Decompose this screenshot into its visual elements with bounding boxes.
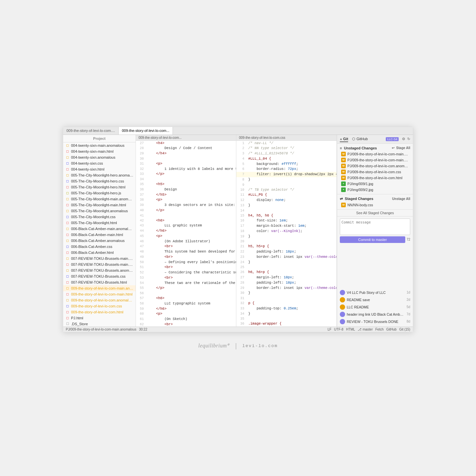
status-branch[interactable]: ⎇ master bbox=[358, 328, 373, 331]
file-item[interactable]: ◻009-the-story-of-levi-lo-com.css bbox=[63, 303, 136, 309]
status-language: HTML bbox=[346, 328, 355, 331]
code-line: 9 bbox=[236, 182, 337, 187]
git-tab-git[interactable]: ⬦ Git bbox=[340, 136, 348, 142]
code-line: 50 – Defining every label's positioning … bbox=[136, 260, 236, 265]
file-item[interactable]: ◻006-Black-Cat-Amber.html bbox=[63, 250, 136, 256]
stage-all-btn[interactable]: Stage All bbox=[396, 146, 410, 150]
file-item[interactable]: ◻004-twenty-sixn.css bbox=[63, 160, 136, 166]
file-item[interactable]: ◻006-Black-Cat-Amber.anomalous bbox=[63, 238, 136, 244]
refresh-icon[interactable]: ↻ bbox=[407, 137, 410, 141]
left-code-area[interactable]: 27 <h4> 28 Design / Code / Content 29 </… bbox=[136, 141, 236, 327]
file-item[interactable]: ◻005-The-City-Moonlight.html bbox=[63, 220, 136, 226]
code-line: 8} bbox=[236, 177, 337, 182]
file-item[interactable]: ◻007-REVIEW-TOKU-Brussels.anomalous bbox=[63, 267, 136, 273]
status-fetch[interactable]: Fetch bbox=[376, 328, 384, 331]
unstaged-file-item[interactable]: M PJ/009-the-story-of-levi-lo-com.css bbox=[337, 169, 413, 175]
file-item[interactable]: ◻005-The-City-Moonlight-main.html bbox=[63, 202, 136, 208]
staged-actions: Unstage All bbox=[392, 197, 410, 201]
code-line: 55 </p> bbox=[136, 286, 236, 291]
code-line: 27 <h4> bbox=[136, 141, 236, 146]
branch-label: LLC-S4 bbox=[386, 137, 400, 141]
unstage-all-btn[interactable]: Unstage All bbox=[392, 197, 410, 201]
code-line: 28 padding-left: 18px; bbox=[236, 280, 337, 286]
file-item[interactable]: ◻005-The-City-Moonlight-hero.js bbox=[63, 190, 136, 196]
code-line: 22 padding-left: 18px; bbox=[236, 249, 337, 255]
file-name: 007-REVIEW-TOKU-Brussels-main.html bbox=[71, 262, 134, 266]
status-github[interactable]: GitHub bbox=[386, 328, 397, 331]
see-all-staged[interactable]: See All Staged Changes bbox=[337, 210, 413, 217]
file-name: 004-twenty-sixn.css bbox=[71, 161, 103, 165]
unstaged-file-item[interactable]: + PJ/img/009/1.jpg bbox=[337, 181, 413, 187]
file-item[interactable]: ◻005-The-City-Moonlight-hero.html bbox=[63, 184, 136, 190]
file-icon: ◻ bbox=[65, 292, 70, 297]
file-item[interactable]: ◻006-Black-Cat-Amber-main.html bbox=[63, 232, 136, 238]
history-item[interactable]: LLC README 5d bbox=[337, 303, 413, 311]
file-icon: ◻ bbox=[65, 232, 70, 237]
file-item[interactable]: ◻009-the-story-of-levi-lo-com.html bbox=[63, 309, 136, 315]
file-item[interactable]: ◻007-REVIEW-TOKU-Brussels.html bbox=[63, 279, 136, 285]
staged-file-item[interactable]: M NN/NN-body.css bbox=[337, 202, 413, 208]
code-line: 33 padding-top: 0.25em; bbox=[236, 306, 337, 311]
commit-button[interactable]: Commit to master bbox=[340, 236, 405, 243]
file-name: 007-REVIEW-TOKU-Brussels.html bbox=[71, 280, 127, 284]
file-item-active[interactable]: ◻009-the-story-of-levi-lo-com-main.anom.… bbox=[63, 285, 136, 291]
history-item[interactable]: README save 2d bbox=[337, 296, 413, 303]
tab-2[interactable]: 009-the-story-of-levi-lo-com... bbox=[119, 127, 173, 135]
file-item[interactable]: ◻004-twenty-sixn-main.anomalous bbox=[63, 142, 136, 148]
history-item[interactable]: REVIEW - TOKU Brussels DONE 8d bbox=[337, 318, 413, 325]
center-code-area[interactable]: 1/* nav-LL */ 2/* NN type selector */ 3/… bbox=[236, 141, 337, 327]
file-name: 009-the-story-of-levi-lo-com.html bbox=[71, 310, 123, 314]
file-item[interactable]: ◻007-REVIEW-TOKU-Brussels-main.anom... bbox=[63, 256, 136, 261]
file-name: 009-the-story-of-levi-lo-com.anomalous bbox=[71, 298, 134, 302]
file-item[interactable]: ◻007-REVIEW-TOKU-Brussels.css bbox=[63, 273, 136, 279]
code-line: 43 LLL graphic system bbox=[136, 223, 236, 228]
code-line: 45 <p> bbox=[136, 234, 236, 239]
code-line: 46 (On Adobe Illustrator) bbox=[136, 239, 236, 244]
file-tree-panel: Project ◻004-twenty-sixn-main.anomalous … bbox=[63, 135, 136, 327]
code-line: 3/* #LLL_i_012345678 */ bbox=[236, 151, 337, 156]
history-text: README save bbox=[347, 298, 405, 302]
unstaged-file-item[interactable]: M PJ/009-the-story-of-levi-lo-com-main.h… bbox=[337, 157, 413, 163]
code-line: 27 margin-left: 18px; bbox=[236, 275, 337, 280]
discard-icon[interactable]: ↩ bbox=[392, 146, 394, 150]
file-item[interactable]: ◻005-The-City-Moonlight-hero.css bbox=[63, 178, 136, 184]
file-item[interactable]: ◻PJ.html bbox=[63, 315, 136, 321]
file-item[interactable]: ◻009-the-story-of-levi-lo-com.anomalous bbox=[63, 297, 136, 303]
file-icon: ◻ bbox=[65, 262, 70, 267]
settings-icon[interactable]: ⚙ bbox=[402, 137, 405, 141]
file-name: 006-Black-Cat-Amber-main.anomalous bbox=[71, 227, 134, 231]
unstaged-file-item[interactable]: M PJ/009-the-story-of-levi-lo-com.anomal… bbox=[337, 163, 413, 169]
history-item[interactable]: header img link UD Black Cat Amber UD 7d bbox=[337, 311, 413, 318]
file-item[interactable]: ☐.DS_Store bbox=[63, 321, 136, 327]
code-line: 62 <br> bbox=[136, 322, 236, 327]
unstaged-file-item[interactable]: M PJ/009-the-story-of-levi-lo-com-main.a… bbox=[337, 151, 413, 157]
file-item[interactable]: ◻006-Black-Cat-Amber.css bbox=[63, 244, 136, 250]
file-name: 004-twenty-sixn.anomalous bbox=[71, 155, 115, 159]
file-item[interactable]: ◻007-REVIEW-TOKU-Brussels-main.html bbox=[63, 261, 136, 267]
file-item[interactable]: ◻004-twenty-sixn.html bbox=[63, 166, 136, 172]
tab-1[interactable]: 009-the-story-of-levi-lo-com.... bbox=[63, 127, 119, 135]
unstaged-file-item[interactable]: + PJ/img/009/2.jpg bbox=[337, 187, 413, 193]
history-age: 1d bbox=[407, 291, 410, 294]
code-line: 29 </h4> bbox=[136, 151, 236, 156]
file-item[interactable]: ◻005-The-City-Moonlight.css bbox=[63, 214, 136, 220]
unstaged-file-item[interactable]: M PJ/009-the-story-of-levi-lo-com.html bbox=[337, 175, 413, 181]
status-git-info[interactable]: Git (15) bbox=[399, 328, 410, 331]
branch-icon: ⎇ bbox=[358, 328, 362, 331]
file-icon: ◻ bbox=[65, 274, 70, 279]
file-item[interactable]: ◻006-Black-Cat-Amber-main.anomalous bbox=[63, 226, 136, 232]
file-icon: ◻ bbox=[65, 268, 70, 273]
file-item[interactable]: ◻009-the-story-of-levi-lo-com-main.html bbox=[63, 291, 136, 297]
file-item[interactable]: ◻004-twenty-sixn.anomalous bbox=[63, 154, 136, 160]
file-item[interactable]: ◻005-The-City-Moonlight.anomalous bbox=[63, 208, 136, 214]
history-item[interactable]: V4 LLC Pub Story of LLC 1d bbox=[337, 289, 413, 296]
code-line: 42 <h6> bbox=[136, 218, 236, 223]
file-icon: ☐ bbox=[65, 322, 70, 326]
file-item[interactable]: ◻005-The-City-Moonlight-hero.anomalous bbox=[63, 172, 136, 178]
file-item[interactable]: ◻005-The-City-Moonlight-main.anomalous bbox=[63, 196, 136, 202]
file-item[interactable]: ◻004-twenty-sixn-main.html bbox=[63, 148, 136, 154]
code-line: 16 font-size: 1em; bbox=[236, 218, 337, 223]
code-line: 34} bbox=[236, 311, 337, 317]
git-tab-github[interactable]: ⬡ GitHub bbox=[352, 136, 368, 142]
commit-message-input[interactable] bbox=[340, 218, 410, 235]
